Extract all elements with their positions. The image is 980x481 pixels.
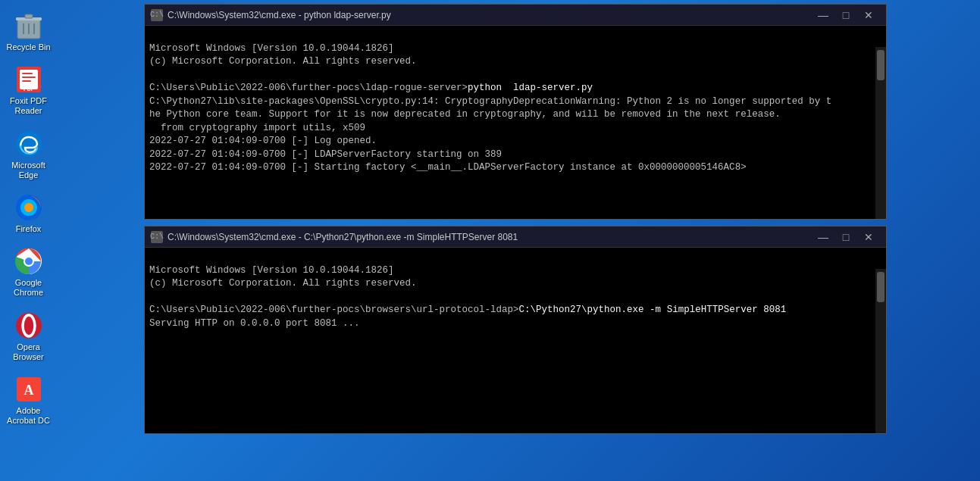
cmd-controls-2: — □ ✕ <box>812 226 880 248</box>
cmd-line-1-2: (c) Microsoft Corporation. All rights re… <box>149 56 417 67</box>
cmd-wrapper-1: Microsoft Windows [Version 10.0.19044.18… <box>145 26 886 219</box>
foxit-label: Foxit PDF Reader <box>5 96 53 116</box>
cmd-line-1-6: he Python core team. Support for it is n… <box>149 109 781 120</box>
svg-rect-8 <box>22 73 33 74</box>
scrollbar-thumb-2[interactable] <box>877 272 885 302</box>
adobe-acrobat-icon[interactable]: A AdobeAcrobat DC <box>2 371 56 429</box>
cmd-title-1: C:\Windows\System32\cmd.exe - python lda… <box>168 10 812 20</box>
cmd-close-2[interactable]: ✕ <box>857 226 880 248</box>
svg-point-19 <box>16 313 42 339</box>
cmd-line-1-7: from cryptography import utils, x509 <box>149 123 365 133</box>
edge-label: MicrosoftEdge <box>11 161 45 180</box>
cmd-line-1-10: 2022-07-27 01:04:09-0700 [-] Starting fa… <box>149 162 747 173</box>
svg-point-15 <box>24 203 33 212</box>
svg-point-18 <box>25 258 33 265</box>
cmd-line-1-1: Microsoft Windows [Version 10.0.19044.18… <box>149 43 394 54</box>
cmd-titlebar-2: C:\ C:\Windows\System32\cmd.exe - C:\Pyt… <box>145 226 886 248</box>
cmd-content-2[interactable]: Microsoft Windows [Version 10.0.19044.18… <box>145 248 886 433</box>
cmd-line-2-4: C:\Users\Public\2022-006\further-pocs\br… <box>149 305 786 315</box>
adobe-label: AdobeAcrobat DC <box>7 406 50 426</box>
cmd-content-1[interactable]: Microsoft Windows [Version 10.0.19044.18… <box>145 26 886 219</box>
svg-rect-9 <box>22 77 36 78</box>
cmd-line-2-5: Serving HTTP on 0.0.0.0 port 8081 ... <box>149 318 360 329</box>
recycle-bin-label: Recycle Bin <box>6 42 50 52</box>
firefox-icon[interactable]: Firefox <box>2 189 56 237</box>
svg-rect-10 <box>22 80 31 82</box>
scrollbar-1[interactable] <box>875 47 886 219</box>
scrollbar-thumb-1[interactable] <box>877 50 885 80</box>
chrome-label: GoogleChrome <box>14 278 43 298</box>
cmd-maximize-1[interactable]: □ <box>834 5 857 26</box>
firefox-label: Firefox <box>16 224 42 234</box>
cmd-title-2: C:\Windows\System32\cmd.exe - C:\Python2… <box>168 232 812 242</box>
cmd-line-2-1: Microsoft Windows [Version 10.0.19044.18… <box>149 265 394 276</box>
cmd-wrapper-2: Microsoft Windows [Version 10.0.19044.18… <box>145 248 886 433</box>
cmd-window-ldap-server: C:\ C:\Windows\System32\cmd.exe - python… <box>144 4 887 220</box>
scrollbar-2[interactable] <box>875 269 886 433</box>
opera-browser-icon[interactable]: OperaBrowser <box>2 308 56 365</box>
svg-text:A: A <box>23 383 33 398</box>
recycle-bin-icon[interactable]: Recycle Bin <box>2 8 56 55</box>
cmd-titlebar-1: C:\ C:\Windows\System32\cmd.exe - python… <box>145 5 886 26</box>
google-chrome-icon[interactable]: GoogleChrome <box>2 243 56 301</box>
cmd-controls-1: — □ ✕ <box>812 5 880 26</box>
cmd-window-httpserver: C:\ C:\Windows\System32\cmd.exe - C:\Pyt… <box>144 226 887 434</box>
cmd-minimize-1[interactable]: — <box>812 5 834 26</box>
cmd-titlebar-icon-2: C:\ <box>151 231 163 243</box>
svg-text:PDF: PDF <box>23 86 35 92</box>
cmd-line-2-2: (c) Microsoft Corporation. All rights re… <box>149 278 417 289</box>
cmd-minimize-2[interactable]: — <box>812 226 834 248</box>
cmd-close-1[interactable]: ✕ <box>857 5 880 26</box>
cmd-maximize-2[interactable]: □ <box>834 226 857 248</box>
foxit-pdf-icon[interactable]: PDF Foxit PDF Reader <box>2 61 56 119</box>
opera-label: OperaBrowser <box>13 342 43 362</box>
microsoft-edge-icon[interactable]: MicrosoftEdge <box>2 126 56 183</box>
cmd-titlebar-icon-1: C:\ <box>151 9 163 21</box>
svg-rect-2 <box>25 14 33 18</box>
cmd-line-1-4: C:\Users\Public\2022-006\further-pocs\ld… <box>149 83 593 93</box>
desktop-icons: Recycle Bin PDF Foxit PDF Reader <box>0 0 57 481</box>
cmd-line-1-8: 2022-07-27 01:04:09-0700 [-] Log opened. <box>149 136 377 146</box>
cmd-line-1-5: C:\Python27\lib\site-packages\OpenSSL\cr… <box>149 96 831 107</box>
cmd-line-1-9: 2022-07-27 01:04:09-0700 [-] LDAPServerF… <box>149 149 502 160</box>
cmd-windows-area: C:\ C:\Windows\System32\cmd.exe - python… <box>144 4 887 440</box>
